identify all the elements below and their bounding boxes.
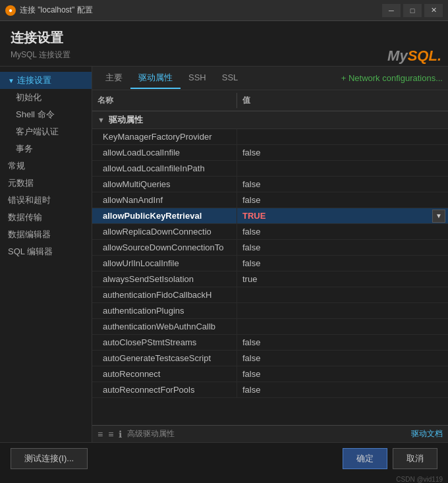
cell-value-6: false	[237, 224, 448, 239]
footer-doc-link[interactable]: 驱动文档	[411, 428, 443, 440]
sidebar: ▼连接设置初始化Shell 命令客户端认证事务常规元数据错误和超时数据传输数据编…	[0, 67, 92, 442]
cell-value-11	[237, 308, 448, 314]
sidebar-item-10[interactable]: SQL 编辑器	[0, 243, 92, 260]
sidebar-item-6[interactable]: 元数据	[0, 175, 92, 192]
tabs-bar: 主要 驱动属性 SSH SSL + Network configurations…	[92, 67, 448, 90]
cell-value-16: false	[237, 382, 448, 397]
maximize-button[interactable]: □	[403, 4, 422, 17]
cell-value-3: false	[237, 177, 448, 192]
table-row[interactable]: allowMultiQueriesfalse	[92, 177, 448, 192]
cell-value-12	[237, 324, 448, 329]
mysql-logo-sql: SQL.	[408, 47, 441, 64]
cell-value-10	[237, 293, 448, 298]
sidebar-item-2[interactable]: Shell 命令	[0, 106, 92, 123]
cell-name-5: allowPublicKeyRetrieval	[92, 208, 237, 223]
cell-value-13: false	[237, 335, 448, 350]
sidebar-item-5[interactable]: 常规	[0, 157, 92, 175]
sidebar-item-8[interactable]: 数据传输	[0, 209, 92, 226]
main-panel: 主要 驱动属性 SSH SSL + Network configurations…	[92, 67, 448, 442]
cell-name-15: autoReconnect	[92, 366, 237, 382]
table-row[interactable]: autoReconnectForPoolsfalse	[92, 382, 448, 398]
cell-value-0	[237, 134, 448, 140]
cell-name-16: autoReconnectForPools	[92, 382, 237, 397]
table-row[interactable]: allowReplicaDownConnectiofalse	[92, 224, 448, 240]
cell-name-0: KeyManagerFactoryProvider	[92, 129, 237, 144]
tab-add-network[interactable]: + Network configurations...	[341, 73, 443, 83]
cell-value-5: TRUE	[237, 208, 432, 223]
footer-icon-1[interactable]: ≡	[98, 429, 103, 440]
cell-name-12: authenticationWebAuthnCallb	[92, 319, 237, 334]
table-row[interactable]: alwaysSendSetIsolationtrue	[92, 271, 448, 287]
section-title: 驱动属性	[109, 114, 143, 126]
bottom-area: 测试连接(I)... 确定 取消 CSDN @vid119	[0, 442, 448, 483]
sidebar-item-7[interactable]: 错误和超时	[0, 192, 92, 209]
table-row[interactable]: allowUrlInLocalInfilefalse	[92, 256, 448, 271]
tab-ssh[interactable]: SSH	[181, 69, 214, 88]
test-connection-button[interactable]: 测试连接(I)...	[11, 448, 88, 469]
cell-name-3: allowMultiQueries	[92, 177, 237, 192]
col-value-header: 值	[237, 93, 440, 108]
cell-name-2: allowLoadLocalInfileInPath	[92, 161, 237, 176]
title-bar-text: 连接 "localhost" 配置	[20, 5, 382, 16]
table-row[interactable]: allowSourceDownConnectionTofalse	[92, 240, 448, 256]
col-name-header: 名称	[92, 93, 237, 108]
footer-info-icon: ℹ	[119, 429, 122, 440]
cell-name-7: allowSourceDownConnectionTo	[92, 240, 237, 255]
cell-name-1: allowLoadLocalInfile	[92, 145, 237, 160]
section-header-driver: ▼ 驱动属性	[92, 111, 448, 129]
table-row[interactable]: autoReconnectfalse	[92, 366, 448, 382]
table-row[interactable]: allowNanAndInffalse	[92, 192, 448, 208]
dropdown-btn[interactable]: ▼	[432, 210, 445, 223]
table-row[interactable]: autoGenerateTestcaseScriptfalse	[92, 351, 448, 366]
tab-ssl[interactable]: SSL	[214, 69, 246, 88]
ok-button[interactable]: 确定	[343, 448, 387, 469]
cell-name-4: allowNanAndInf	[92, 192, 237, 208]
header: 连接设置 MySQL 连接设置 MySQL.	[0, 21, 448, 67]
window-controls: ─ □ ✕	[382, 4, 443, 17]
page-title: 连接设置	[11, 29, 437, 47]
btn-group: 确定 取消	[343, 448, 437, 469]
table-row[interactable]: allowLoadLocalInfilefalse	[92, 145, 448, 161]
cell-name-8: allowUrlInLocalInfile	[92, 256, 237, 271]
mysql-logo-my: My	[387, 47, 408, 64]
table-row[interactable]: authenticationWebAuthnCallb	[92, 319, 448, 335]
cell-name-13: autoClosePStmtStreams	[92, 335, 237, 350]
cancel-button[interactable]: 取消	[393, 448, 437, 469]
cell-name-9: alwaysSendSetIsolation	[92, 271, 237, 287]
close-button[interactable]: ✕	[424, 4, 443, 17]
cell-value-14: false	[237, 351, 448, 366]
table-footer: ≡ ≡ ℹ 高级驱动属性 驱动文档	[92, 425, 448, 442]
table-row[interactable]: authenticationFidoCallbackH	[92, 287, 448, 303]
section-arrow: ▼	[98, 116, 105, 124]
bottom-bar: 测试连接(I)... 确定 取消	[0, 442, 448, 474]
table-header: 名称 值	[92, 90, 448, 111]
cell-value-2	[237, 166, 448, 171]
sidebar-item-0[interactable]: ▼连接设置	[0, 72, 92, 89]
minimize-button[interactable]: ─	[382, 4, 401, 17]
mysql-logo: MySQL.	[387, 47, 441, 65]
sidebar-item-4[interactable]: 事务	[0, 140, 92, 157]
table-row[interactable]: authenticationPlugins	[92, 303, 448, 319]
sidebar-item-9[interactable]: 数据编辑器	[0, 226, 92, 243]
table-row[interactable]: autoClosePStmtStreamsfalse	[92, 335, 448, 351]
content-area: ▼连接设置初始化Shell 命令客户端认证事务常规元数据错误和超时数据传输数据编…	[0, 67, 448, 442]
footer-icon-2[interactable]: ≡	[108, 429, 113, 440]
cell-name-10: authenticationFidoCallbackH	[92, 287, 237, 302]
table-body[interactable]: ▼ 驱动属性 KeyManagerFactoryProviderallowLoa…	[92, 111, 448, 425]
cell-value-8: false	[237, 256, 448, 271]
tab-main[interactable]: 主要	[98, 68, 130, 89]
watermark: CSDN @vid119	[0, 474, 448, 483]
cell-value-7: false	[237, 240, 448, 255]
sidebar-item-1[interactable]: 初始化	[0, 89, 92, 106]
table-row[interactable]: KeyManagerFactoryProvider	[92, 129, 448, 145]
sidebar-item-3[interactable]: 客户端认证	[0, 123, 92, 140]
page-subtitle: MySQL 连接设置	[11, 49, 437, 61]
app-icon: ●	[5, 5, 16, 16]
cell-value-4: false	[237, 192, 448, 208]
cell-value-9: true	[237, 271, 448, 287]
table-row[interactable]: allowLoadLocalInfileInPath	[92, 161, 448, 177]
cell-value-15: false	[237, 366, 448, 382]
cell-name-11: authenticationPlugins	[92, 303, 237, 318]
tab-driver[interactable]: 驱动属性	[130, 68, 181, 89]
table-row[interactable]: allowPublicKeyRetrievalTRUE▼	[92, 208, 448, 224]
